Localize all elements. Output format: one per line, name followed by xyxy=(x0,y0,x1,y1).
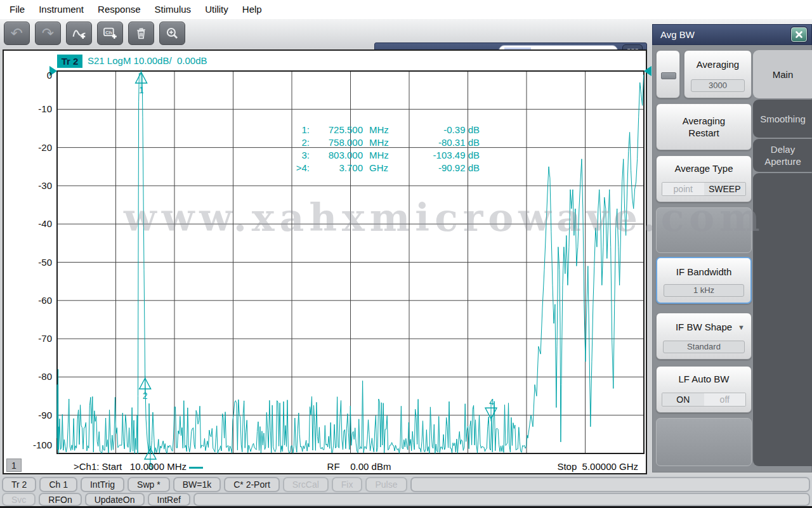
tab-column-filler xyxy=(753,173,812,466)
rf-power-label: RF 0.00 dBm xyxy=(296,461,422,472)
status-empty xyxy=(410,477,811,492)
y-tick--30: -30 xyxy=(24,180,52,191)
average-type-toggle[interactable]: pointSWEEP xyxy=(662,182,746,196)
toggle-option-on[interactable]: ON xyxy=(662,393,704,406)
menu-bar: FileInstrumentResponseStimulusUtilityHel… xyxy=(0,0,812,19)
status-c-2-port[interactable]: C* 2-Port xyxy=(224,477,280,492)
menu-item-help[interactable]: Help xyxy=(235,0,269,19)
marker-readout-table: 1:725.500MHz-0.39 dB2:758.000MHz-80.31 d… xyxy=(287,124,480,174)
delete-icon[interactable] xyxy=(128,22,154,45)
marker-readout-row-4: >4:3.700GHz-90.92 dB xyxy=(287,162,480,174)
toggle-option-sweep[interactable]: SWEEP xyxy=(704,183,746,195)
if-bw-shape-label: IF BW Shape xyxy=(657,321,751,333)
status-bw-1k[interactable]: BW=1k xyxy=(173,477,221,492)
marker-1-glyph[interactable]: 1 xyxy=(136,70,147,95)
svg-text:1: 1 xyxy=(139,85,144,95)
y-tick--10: -10 xyxy=(24,103,52,114)
status-ch-1[interactable]: Ch 1 xyxy=(39,477,77,492)
if-bw-shape-button[interactable]: IF BW Shape ▼ Standard xyxy=(656,313,752,360)
svg-text:2: 2 xyxy=(143,391,148,401)
status-intref[interactable]: IntRef xyxy=(148,493,190,506)
undo-icon: ↶ xyxy=(4,22,30,45)
tab-delay-aperture[interactable]: Delay Aperture xyxy=(753,139,812,172)
y-tick--100: -100 xyxy=(24,440,52,450)
panel-title: Avg BW xyxy=(660,29,791,40)
marker-4-glyph[interactable]: 4 xyxy=(485,397,497,421)
status-bar: Tr 2Ch 1IntTrigSwp *BW=1kC* 2-PortSrcCal… xyxy=(0,476,812,508)
status-tr-2[interactable]: Tr 2 xyxy=(2,477,36,492)
blank-button-1 xyxy=(656,207,752,253)
marker-readout-row-2: 2:758.000MHz-80.31 dB xyxy=(287,136,480,149)
averaging-button[interactable]: Averaging 3000 xyxy=(684,50,752,98)
if-bw-shape-value: Standard xyxy=(663,341,745,353)
lf-auto-bw-button[interactable]: LF Auto BW ONoff xyxy=(656,366,752,413)
svg-text:4: 4 xyxy=(489,397,494,407)
averaging-label: Averaging xyxy=(684,58,751,70)
status-pulse: Pulse xyxy=(365,477,407,492)
redo-icon: ↷ xyxy=(35,22,61,45)
lf-auto-bw-toggle[interactable]: ONoff xyxy=(662,393,746,407)
blank-button-2 xyxy=(656,418,752,466)
status-svc: Svc xyxy=(2,493,36,506)
avg-bw-panel: Averaging 3000 Averaging Restart Average… xyxy=(652,45,812,472)
menu-item-file[interactable]: File xyxy=(3,0,32,19)
menu-item-response[interactable]: Response xyxy=(91,0,148,19)
y-tick--60: -60 xyxy=(24,295,52,306)
if-bandwidth-value: 1 kHz xyxy=(664,284,744,297)
add-trace-icon[interactable] xyxy=(66,22,92,45)
status-updateon[interactable]: UpdateOn xyxy=(85,493,145,506)
sweep-start-label: >Ch1: Start 10.0000 MHz xyxy=(74,461,187,472)
averaging-value: 3000 xyxy=(691,79,745,92)
y-tick--80: -80 xyxy=(24,371,52,382)
add-channel-icon[interactable]: Ch xyxy=(97,22,123,45)
toggle-option-off[interactable]: off xyxy=(704,393,746,406)
y-tick--90: -90 xyxy=(24,410,52,420)
status-rfon[interactable]: RFOn xyxy=(39,493,81,506)
marker-readout-row-3: 3:803.000MHz-103.49 dB xyxy=(287,149,480,162)
y-tick-0: 0 xyxy=(24,70,52,81)
if-bandwidth-button[interactable]: IF Bandwidth 1 kHz xyxy=(656,257,752,304)
status-swp-[interactable]: Swp * xyxy=(128,477,170,492)
chevron-down-icon: ▼ xyxy=(738,323,745,331)
averaging-toggle-button[interactable] xyxy=(656,50,680,98)
averaging-toggle-indicator xyxy=(661,72,676,79)
status-empty xyxy=(193,493,810,506)
status-fix: Fix xyxy=(332,477,363,492)
y-tick--50: -50 xyxy=(24,257,52,268)
tab-main[interactable]: Main xyxy=(753,50,812,98)
vna-application-window: FileInstrumentResponseStimulusUtilityHel… xyxy=(0,0,812,508)
status-row-1: Tr 2Ch 1IntTrigSwp *BW=1kC* 2-PortSrcCal… xyxy=(2,477,810,492)
tab-smoothing[interactable]: Smoothing xyxy=(753,100,812,138)
lf-auto-bw-label: LF Auto BW xyxy=(657,373,751,385)
close-icon[interactable] xyxy=(791,27,807,42)
y-tick--70: -70 xyxy=(24,333,52,344)
averaging-restart-button[interactable]: Averaging Restart xyxy=(656,103,752,150)
svg-text:Ch: Ch xyxy=(105,30,112,36)
avg-bw-panel-header: Avg BW xyxy=(652,24,812,45)
toggle-option-point[interactable]: point xyxy=(662,183,704,195)
y-tick--40: -40 xyxy=(24,218,52,229)
menu-item-utility[interactable]: Utility xyxy=(198,0,235,19)
status-srccal: SrcCal xyxy=(283,477,329,492)
y-tick--20: -20 xyxy=(24,142,52,153)
average-type-label: Average Type xyxy=(657,162,751,174)
menu-item-stimulus[interactable]: Stimulus xyxy=(148,0,199,19)
marker-readout-row-1: 1:725.500MHz-0.39 dB xyxy=(287,124,480,136)
status-inttrig[interactable]: IntTrig xyxy=(81,477,124,492)
averaging-restart-label: Averaging Restart xyxy=(672,115,736,139)
trace-color-legend-dash xyxy=(189,467,203,469)
channel-badge: 1 xyxy=(6,459,22,472)
measurement-graph[interactable]: Tr 2 S21 LogM 10.00dB/ 0.00dB 1234 0-10-… xyxy=(3,49,647,474)
zoom-icon[interactable] xyxy=(159,22,185,45)
status-row-2: SvcRFOnUpdateOnIntRef xyxy=(2,493,810,506)
marker-2-glyph[interactable]: 2 xyxy=(140,375,151,401)
if-bandwidth-label: IF Bandwidth xyxy=(657,266,750,278)
menu-item-instrument[interactable]: Instrument xyxy=(32,0,91,19)
sweep-stop-label: Stop 5.00000 GHz xyxy=(557,461,638,472)
average-type-button[interactable]: Average Type pointSWEEP xyxy=(656,155,752,202)
